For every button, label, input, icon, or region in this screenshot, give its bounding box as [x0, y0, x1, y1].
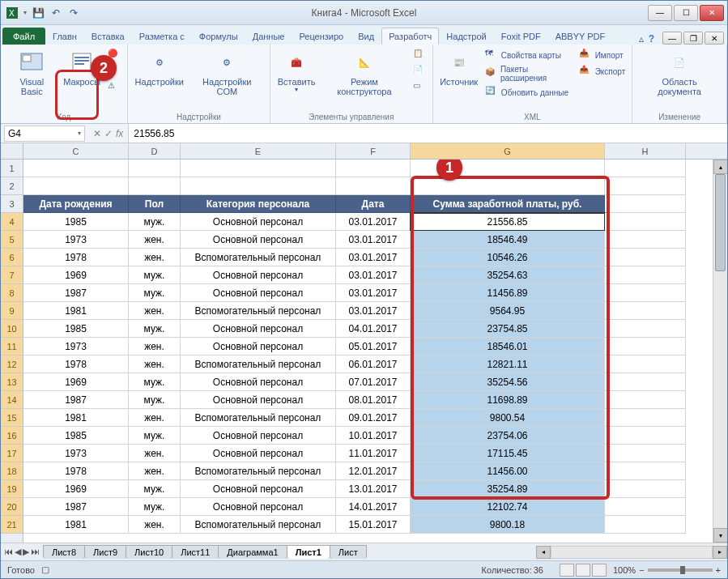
tab-главн[interactable]: Главн [45, 28, 84, 45]
cell[interactable] [605, 213, 686, 231]
cell[interactable] [605, 409, 686, 427]
workbook-close-button[interactable]: ✕ [705, 32, 724, 45]
cell[interactable]: 1978 [23, 355, 129, 373]
next-sheet-icon[interactable]: ▶ [23, 547, 29, 557]
sheet-tab[interactable]: Диаграмма1 [218, 545, 287, 559]
cell[interactable]: Вспомогательный персонал [181, 462, 336, 480]
formula-input[interactable]: 21556.85 [128, 124, 727, 143]
cell[interactable] [181, 177, 336, 195]
column-header[interactable]: H [605, 143, 686, 159]
cell[interactable]: Вспомогательный персонал [181, 302, 336, 320]
column-header[interactable]: C [23, 143, 129, 159]
cell[interactable] [605, 427, 686, 445]
minimize-ribbon-icon[interactable]: ▵ [639, 33, 644, 45]
cell[interactable]: 18546.49 [411, 231, 605, 249]
cell[interactable]: 1987 [23, 391, 129, 409]
cell[interactable]: 1987 [23, 284, 129, 302]
cell[interactable]: муж. [129, 266, 181, 284]
cell[interactable]: 1969 [23, 480, 129, 498]
xml-import-button[interactable]: 📥Импорт [577, 48, 628, 62]
cell[interactable]: жен. [129, 445, 181, 462]
sheet-tab[interactable]: Лист10 [126, 545, 172, 559]
cell[interactable] [605, 516, 686, 534]
cell[interactable]: 05.01.2017 [336, 338, 411, 355]
cell[interactable]: 11456.89 [411, 284, 605, 302]
tab-file[interactable]: Файл [2, 28, 45, 45]
prev-sheet-icon[interactable]: ◀ [15, 547, 21, 557]
tab-разработч[interactable]: Разработч [381, 28, 439, 45]
cell[interactable]: 1981 [23, 302, 129, 320]
cell[interactable] [605, 391, 686, 409]
cell[interactable]: 03.01.2017 [336, 249, 411, 266]
cell[interactable]: Вспомогательный персонал [181, 516, 336, 534]
cell[interactable] [605, 498, 686, 516]
cell[interactable]: жен. [129, 516, 181, 534]
cell[interactable]: 1987 [23, 498, 129, 516]
table-header-cell[interactable]: Пол [129, 195, 181, 213]
undo-icon[interactable]: ↶ [49, 6, 62, 19]
cell[interactable]: 35254.63 [411, 266, 605, 284]
design-mode-button[interactable]: 📐 Режим конструктора [321, 48, 407, 111]
table-header-cell[interactable]: Категория персонала [181, 195, 336, 213]
cell[interactable]: муж. [129, 498, 181, 516]
first-sheet-icon[interactable]: ⏮ [4, 547, 13, 557]
cell[interactable]: 1978 [23, 462, 129, 480]
cell[interactable]: 14.01.2017 [336, 498, 411, 516]
cell[interactable] [129, 177, 181, 195]
cell[interactable]: 09.01.2017 [336, 409, 411, 427]
addins-button[interactable]: ⚙ Надстройки [133, 48, 186, 111]
cell[interactable]: жен. [129, 409, 181, 427]
row-header[interactable]: 9 [1, 302, 23, 320]
sheet-tab[interactable]: Лист [330, 545, 367, 559]
cell[interactable] [605, 160, 686, 177]
cell[interactable]: Основной персонал [181, 373, 336, 391]
row-header[interactable]: 10 [1, 320, 23, 338]
cell[interactable]: 1978 [23, 249, 129, 266]
sheet-tab[interactable]: Лист1 [287, 545, 330, 559]
horizontal-scrollbar[interactable] [551, 546, 713, 559]
cell[interactable]: Основной персонал [181, 498, 336, 516]
cell[interactable]: 12.01.2017 [336, 462, 411, 480]
cell[interactable]: 35254.89 [411, 480, 605, 498]
column-header[interactable]: G [411, 143, 605, 159]
xml-source-button[interactable]: 📰 Источник [438, 48, 480, 111]
cell[interactable] [336, 160, 411, 177]
cell[interactable]: жен. [129, 462, 181, 480]
tab-abbyy pdf[interactable]: ABBYY PDF [548, 28, 613, 45]
cell[interactable]: 1973 [23, 231, 129, 249]
run-dialog-button[interactable]: ▭ [411, 80, 428, 95]
page-layout-view-button[interactable] [576, 564, 590, 577]
row-header[interactable]: 8 [1, 284, 23, 302]
tab-рецензиро[interactable]: Рецензиро [292, 28, 351, 45]
row-header[interactable]: 5 [1, 231, 23, 249]
cell[interactable]: 23754.06 [411, 427, 605, 445]
cell[interactable]: муж. [129, 284, 181, 302]
cell[interactable]: муж. [129, 213, 181, 231]
cell[interactable] [605, 249, 686, 266]
row-header[interactable]: 4 [1, 213, 23, 231]
table-header-cell[interactable]: Сумма заработной платы, руб. [411, 195, 605, 213]
cell[interactable]: 06.01.2017 [336, 355, 411, 373]
cell[interactable]: 12102.74 [411, 498, 605, 516]
cell[interactable] [336, 177, 411, 195]
cell[interactable]: 9800.18 [411, 516, 605, 534]
fx-icon[interactable]: fx [116, 128, 123, 139]
cell[interactable]: 03.01.2017 [336, 284, 411, 302]
row-header[interactable]: 1 [1, 160, 23, 177]
cell[interactable]: 9564.95 [411, 302, 605, 320]
cell[interactable]: 11698.89 [411, 391, 605, 409]
row-header[interactable]: 21 [1, 516, 23, 534]
cell[interactable] [605, 445, 686, 462]
cell[interactable]: Основной персонал [181, 445, 336, 462]
cell[interactable] [605, 480, 686, 498]
qat-dropdown-icon[interactable]: ▾ [23, 9, 27, 16]
save-icon[interactable]: 💾 [32, 6, 45, 19]
cell[interactable] [605, 266, 686, 284]
com-addins-button[interactable]: ⚙ Надстройки COM [189, 48, 265, 111]
tab-разметка с[interactable]: Разметка с [132, 28, 192, 45]
cell[interactable]: 04.01.2017 [336, 320, 411, 338]
select-all-corner[interactable] [1, 143, 23, 160]
scroll-left-icon[interactable]: ◂ [536, 546, 551, 559]
cell[interactable]: муж. [129, 373, 181, 391]
insert-control-button[interactable]: 🧰 Вставить ▾ [275, 48, 317, 111]
